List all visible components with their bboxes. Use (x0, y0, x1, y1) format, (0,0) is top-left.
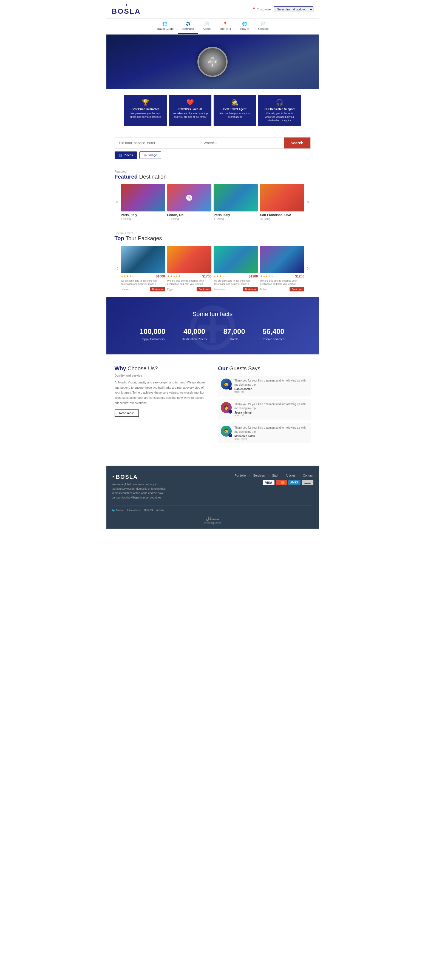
pkg-prev-arrow[interactable]: < (115, 266, 120, 272)
places-filter[interactable]: 👥 Places (115, 151, 137, 159)
fact-comments: 56,400 Positive comment (262, 327, 286, 341)
tour-price-2: $1200 (249, 274, 258, 278)
footer-link-articles[interactable]: Articles (286, 474, 296, 477)
destinations-container: < Paris, Italy # Listing 🔍 Lodon, UK 15 … (115, 184, 311, 221)
tour-price-1: $1700 (202, 274, 211, 278)
footer-link-services[interactable]: Services (253, 474, 265, 477)
testimonial-name-2: Mohamed salah (235, 435, 308, 438)
tour-image-2 (214, 246, 258, 273)
book-now-1[interactable]: Book now (197, 287, 211, 291)
pkg-next-arrow[interactable]: > (306, 266, 311, 272)
mail-link[interactable]: ✉ Mail (156, 509, 164, 512)
testimonial-2: 👨 " Thank you for your kind treatment an… (218, 423, 311, 443)
fact-customers: 100,000 Happy Customers (139, 327, 165, 341)
quote-icon-1: " (228, 410, 232, 414)
feature-card-support: 🎧 Our Dedicated Support We help you 24 h… (258, 95, 301, 126)
location-input[interactable] (199, 137, 284, 148)
book-now-2[interactable]: Book now (243, 287, 258, 291)
amex-card: AMEX (288, 480, 300, 485)
destinations-grid: Paris, Italy # Listing 🔍 Lodon, UK 15 Li… (121, 184, 304, 221)
twitter-icon: 🐦 (112, 509, 115, 512)
tour-meta-2: Australian (214, 288, 225, 291)
destination-card-0[interactable]: Paris, Italy # Listing (121, 184, 165, 221)
footer-right-col: Portfolio | Services | Staff | Articles … (235, 474, 313, 485)
facebook-icon: f (127, 509, 128, 512)
nav-item-services[interactable]: ✈️ Services (178, 19, 198, 34)
doc-icon: 📄 (204, 21, 209, 26)
tour-card-3[interactable]: ★★★★★ $1200 We are also able to describe… (260, 246, 304, 291)
search-filters: 👥 Places 🏘️ village (115, 151, 311, 159)
heart-icon: ❤️ (172, 99, 208, 106)
why-guests-section: Why Choose Us? Quality and service At No… (106, 355, 319, 457)
nav-item-travel-guide[interactable]: 🌐 Travel Guide (152, 19, 178, 34)
testimonial-name-1: Jesca michal (235, 411, 308, 414)
footer-top: ✦ BOSLA We are a global compass company … (112, 474, 313, 500)
mail-icon: ✉ (156, 509, 158, 512)
footer-social: 🐦 Twitter f Facebook ☰ RSS ✉ Mail (112, 509, 165, 512)
avatar-2: 👨 " (221, 426, 232, 437)
village-filter[interactable]: 🏘️ village (139, 151, 161, 159)
testimonial-1: 👩 " Thank you for your kind treatment an… (218, 399, 311, 420)
book-now-0[interactable]: Book now (150, 287, 165, 291)
dest-image-3 (260, 184, 304, 212)
globe2-icon: 🌐 (242, 21, 247, 26)
tour-card-1[interactable]: ★★★★★ $1700 We are also able to describe… (167, 246, 211, 291)
testimonial-name-0: Daniel osman (235, 388, 308, 391)
nav-item-the-tour[interactable]: 📍 The Tour (215, 19, 235, 34)
search-bar: Search (115, 137, 311, 149)
destination-card-1[interactable]: 🔍 Lodon, UK 15 Listing (167, 184, 211, 221)
rss-icon: ☰ (144, 509, 147, 512)
payment-cards: VISA AMEX ▬▬ (263, 480, 313, 485)
dest-listing: # Listing (121, 218, 165, 221)
main-nav: 🌐 Travel Guide ✈️ Services 📄 About 📍 The… (106, 19, 319, 35)
footer-link-contact[interactable]: Contact (303, 474, 313, 477)
twitter-link[interactable]: 🐦 Twitter (112, 509, 124, 512)
facebook-link[interactable]: f Facebook (127, 509, 141, 512)
feature-card-price: 🏆 Best Price Guarantee We guarantee you … (124, 95, 167, 126)
tour-card-2[interactable]: ★★★★★ $1200 We are also able to describe… (214, 246, 258, 291)
feature-card-agent: 🕵️ Best Travel Agent Find the best place… (214, 95, 256, 126)
destination-card-2[interactable]: Paris, Italy # Listing (214, 184, 258, 221)
packages-grid: ★★★★★ $1000 We are also able to describe… (121, 246, 304, 291)
logo-icon: ✦ (112, 3, 141, 7)
location-dropdown[interactable]: Select from dropdown (274, 6, 313, 12)
search-button[interactable]: Search (284, 137, 310, 148)
fun-facts-section: ⊕ Some fun facts 100,000 Happy Customers… (106, 297, 319, 355)
globe-icon: 🌐 (162, 21, 168, 26)
header-right: 📍 Customize Select from dropdown (252, 6, 313, 12)
hero-hand: N WE S (197, 47, 228, 77)
nav-item-contact[interactable]: 📄 Contact (254, 19, 273, 34)
location-label: 📍 Customize (252, 7, 271, 11)
tour-meta-3: Dubai (260, 288, 267, 291)
fact-hotels: 87,000 Hotels (223, 327, 245, 341)
tour-stars-3: ★★★★★ (260, 274, 274, 278)
book-now-3[interactable]: Book now (289, 287, 304, 291)
nav-item-about[interactable]: 📄 About (198, 19, 215, 34)
rss-link[interactable]: ☰ RSS (144, 509, 153, 512)
tour-desc-1: We are also able to describe your destin… (167, 279, 211, 286)
testimonial-text-0: Thank you for your kind treatment and fo… (235, 379, 308, 387)
tour-meta-1: Egypt (167, 288, 174, 291)
tour-price-3: $1200 (295, 274, 304, 278)
zoom-icon: 🔍 (186, 195, 192, 201)
why-title: Why Choose Us? (115, 365, 207, 372)
dest-name: San Francisco, USA (260, 213, 304, 217)
footer-link-portfolio[interactable]: Portfolio (235, 474, 246, 477)
prev-arrow[interactable]: < (115, 199, 120, 205)
hero-section: N WE S (106, 35, 319, 89)
search-input[interactable] (115, 137, 199, 148)
next-arrow[interactable]: > (306, 199, 311, 205)
tour-stars-0: ★★★★★ (121, 274, 134, 278)
generic-card: ▬▬ (302, 480, 313, 485)
packages-section: Special Offers Top Tour Packages < ★★★★★… (106, 226, 319, 297)
nav-item-how-to[interactable]: 🌐 How to (235, 19, 254, 34)
destination-card-3[interactable]: San Francisco, USA 3 Listing (260, 184, 304, 221)
logo-text: BOSLA (112, 7, 141, 16)
dest-name: Paris, Italy (121, 213, 165, 217)
guests-title: Our Guests Says (218, 365, 311, 372)
featured-section: Featured Featured Destination < Paris, I… (106, 164, 319, 226)
read-more-button[interactable]: Read more (115, 409, 139, 417)
guests-column: Our Guests Says 👨 " Thank you for your k… (218, 365, 311, 447)
footer-link-staff[interactable]: Staff (272, 474, 278, 477)
tour-card-0[interactable]: ★★★★★ $1000 We are also able to describe… (121, 246, 165, 291)
